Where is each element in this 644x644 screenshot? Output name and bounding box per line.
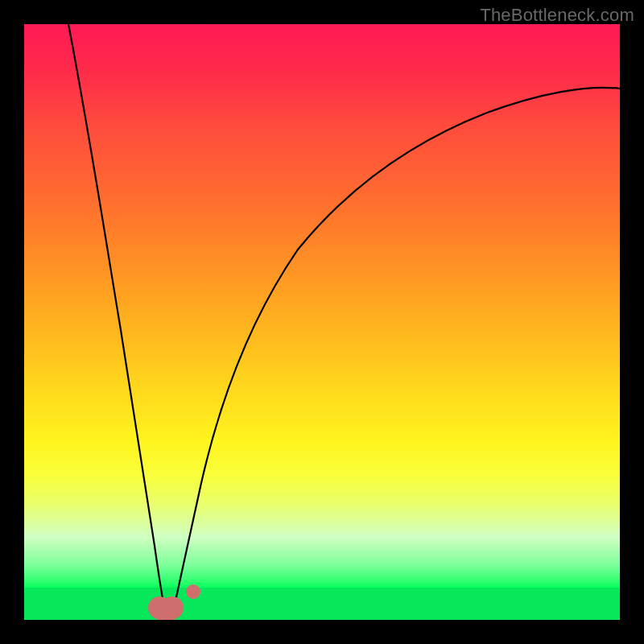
chart-frame [24, 24, 620, 620]
optimum-marker [148, 597, 184, 620]
curves-layer [24, 24, 620, 620]
watermark-text: TheBottleneck.com [480, 5, 634, 26]
left-curve [68, 24, 165, 612]
svg-rect-2 [153, 607, 179, 620]
optimum-dot [186, 584, 200, 599]
right-curve [173, 88, 620, 612]
